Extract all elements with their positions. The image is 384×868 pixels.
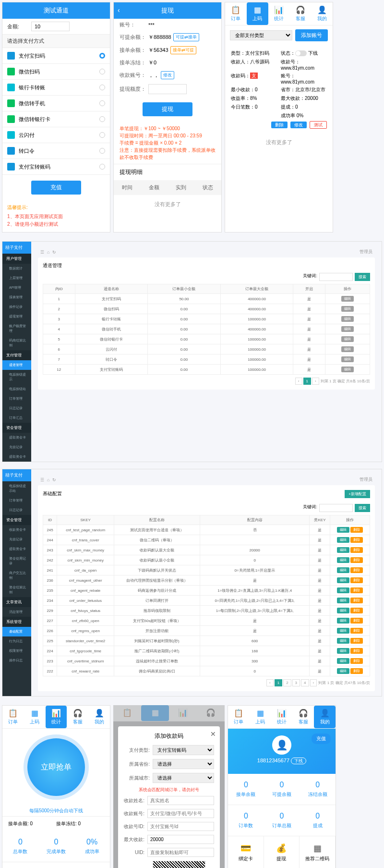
recharge-button[interactable]: 充值 [312, 734, 331, 744]
delete-button[interactable]: 删除 [350, 628, 363, 634]
pay-type-select[interactable]: 全部支付类型 [230, 30, 292, 40]
swap-tag[interactable]: 可提⇄接单 [173, 33, 199, 41]
delete-button[interactable]: 删除 [350, 618, 363, 623]
table-row: 2微信扫码0.00400000.00是编辑 [43, 304, 370, 314]
amount-input[interactable] [31, 22, 70, 31]
delete-button[interactable]: 删除 [350, 587, 363, 593]
edit-button[interactable]: 编辑 [341, 326, 354, 332]
add-account-button[interactable]: 添加账号 [295, 29, 328, 41]
modify-button[interactable]: 修改 [161, 71, 174, 79]
close-icon[interactable]: ✕ [210, 730, 216, 738]
delete-button[interactable]: 删除 [350, 527, 363, 533]
pay-type-select[interactable]: 支付宝转账码 [153, 745, 214, 755]
edit-button[interactable]: 编辑 [341, 296, 354, 302]
delete-button[interactable]: 删除 [350, 668, 363, 674]
edit-button[interactable]: 编辑 [337, 628, 349, 634]
pay-option-alipay-transfer[interactable]: 支付宝转账码 [2, 159, 110, 175]
table-row: 12支付宝转账码0.00100000.00是编辑 [43, 365, 370, 375]
edit-button[interactable]: 编辑 [341, 346, 354, 352]
edit-button[interactable]: 编辑 [337, 608, 349, 613]
tab-mine[interactable]: 👤我的 [311, 2, 333, 25]
pay-option-alipay-scan[interactable]: 支付宝扫码 [2, 48, 110, 64]
edit-button[interactable]: 编辑 [337, 618, 349, 623]
alipay-icon [7, 52, 15, 60]
edit-button[interactable]: 编辑 [341, 367, 354, 372]
add-config-button[interactable]: +新增配置 [345, 490, 370, 498]
pay-option-wechat-phone[interactable]: 微信转手机 [2, 96, 110, 111]
province-select[interactable]: 请选择 [153, 759, 214, 769]
status-toggle[interactable] [295, 50, 307, 56]
pay-option-wechat-bank[interactable]: 微信转银行卡 [2, 111, 110, 127]
edit-button[interactable]: 编辑 [341, 306, 354, 312]
edit-button[interactable]: 编辑 [337, 668, 349, 674]
search-input[interactable] [319, 504, 353, 512]
tab-stats[interactable]: 📊统计 [268, 2, 290, 25]
search-button[interactable]: 搜索 [355, 504, 370, 512]
table-row: 4微信转手机0.00400000.00是编辑 [43, 324, 370, 334]
pay-option-unionpay[interactable]: 云闪付 [2, 127, 110, 143]
uid-input[interactable] [147, 848, 214, 857]
edit-button[interactable]: 编辑 [337, 577, 349, 583]
tab-order[interactable]: 📋订单 [225, 2, 247, 25]
delete-button[interactable]: 删除 [350, 547, 363, 553]
delete-button[interactable]: 删除 [350, 598, 363, 603]
menu-toggle-icon[interactable]: ☰ [40, 250, 44, 255]
edit-button[interactable]: 编辑 [337, 658, 349, 664]
account-input[interactable] [147, 809, 214, 818]
edit-button[interactable]: 编辑 [337, 587, 349, 593]
test-button[interactable]: 测试 [310, 121, 327, 129]
edit-button[interactable]: 编辑 [337, 567, 349, 573]
menu-withdraw[interactable]: 💰提现 [264, 836, 300, 868]
withdraw-amount-input[interactable] [148, 84, 187, 94]
offline-badge[interactable]: 下线 [291, 758, 306, 764]
choose-pay-title: 请选择支付方式 [2, 35, 110, 48]
delete-button[interactable]: 删除 [350, 537, 363, 543]
menu-funds[interactable]: 资金管理 [2, 423, 31, 433]
menu-qrcode[interactable]: ▦推荐二维码 [300, 836, 336, 868]
delete-button[interactable]: 删除 [350, 638, 363, 644]
edit-button[interactable]: 编辑 [341, 336, 354, 342]
recharge-button[interactable]: 充值 [31, 181, 81, 195]
edit-button[interactable]: 编辑 [341, 316, 354, 322]
max-amount-input[interactable] [147, 835, 214, 844]
edit-button[interactable]: 编辑 [341, 356, 354, 362]
edit-button[interactable]: 编辑 [337, 547, 349, 553]
refresh-icon[interactable]: ↻ [52, 250, 56, 255]
edit-button[interactable]: 编辑 [337, 598, 349, 603]
menu-pay-mgmt[interactable]: 支付管理 [2, 350, 31, 360]
pay-option-bank[interactable]: 银行卡转账 [2, 80, 110, 96]
pay-option-token[interactable]: 转口令 [2, 143, 110, 159]
delete-button[interactable]: 删除 [350, 577, 363, 583]
swap-tag[interactable]: 接单⇄可提 [170, 46, 196, 54]
modify-button[interactable]: 修改 [290, 122, 307, 128]
edit-button[interactable]: 编辑 [337, 638, 349, 644]
table-row: 226cnf_regms_open开放注册功能是是编辑 删除 [43, 626, 370, 636]
tab-service[interactable]: 🎧客服 [289, 2, 311, 25]
delete-button[interactable]: 删除 [350, 567, 363, 573]
delete-button[interactable]: 删除 [350, 648, 363, 654]
account-id-input[interactable] [147, 822, 214, 831]
withdraw-button[interactable]: 提现 [143, 102, 192, 116]
tab-upload[interactable]: ▦上码 [247, 2, 268, 25]
edit-button[interactable]: 编辑 [337, 648, 349, 654]
header-title: 提现 [161, 7, 174, 14]
edit-button[interactable]: 编辑 [337, 527, 349, 533]
menu-user-mgmt[interactable]: 用户管理 [2, 254, 31, 264]
home-icon[interactable]: ⌂ [47, 250, 49, 255]
delete-button[interactable]: 删除 [350, 658, 363, 664]
search-input[interactable] [319, 273, 353, 281]
delete-button[interactable]: 删除 [350, 557, 363, 563]
delete-button[interactable]: 删除 [350, 608, 363, 613]
grab-order-button[interactable]: 立即抢单 [27, 738, 85, 796]
payee-name-input[interactable] [147, 796, 214, 805]
pay-option-wechat-scan[interactable]: 微信扫码 [2, 64, 110, 80]
back-icon[interactable]: ‹ [118, 6, 120, 14]
search-button[interactable]: 搜索 [355, 273, 370, 281]
city-select[interactable]: 请选择 [153, 773, 214, 783]
edit-button[interactable]: 编辑 [337, 557, 349, 563]
delete-button[interactable]: 删除 [271, 122, 288, 128]
table-row: 243cnf_skm_max_money收款码默认最大金额20000是编辑 删除 [43, 545, 370, 555]
edit-button[interactable]: 编辑 [337, 537, 349, 543]
menu-bind-card[interactable]: 💳绑定卡 [228, 836, 264, 868]
modal-title: 添加收款码 [124, 732, 214, 740]
